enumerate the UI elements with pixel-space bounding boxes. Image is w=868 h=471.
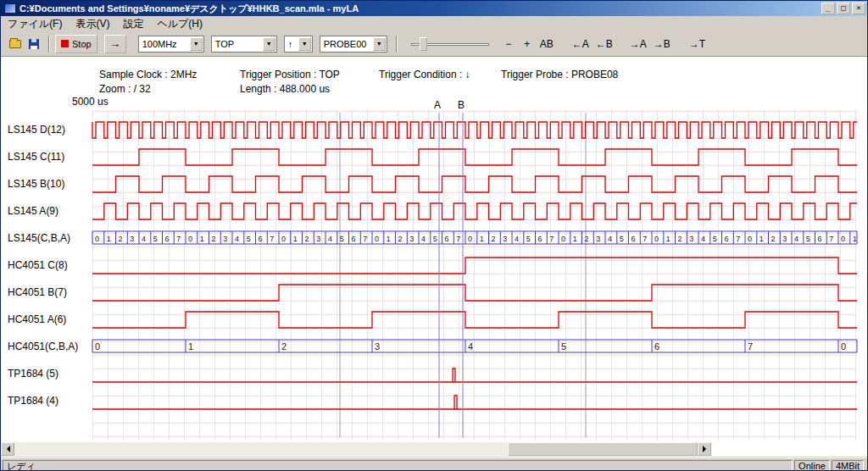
scroll-right-button[interactable] xyxy=(698,442,711,456)
svg-text:5: 5 xyxy=(153,235,158,243)
svg-text:3: 3 xyxy=(375,341,380,352)
zoom-in-button[interactable]: + xyxy=(518,36,537,53)
svg-text:4: 4 xyxy=(468,341,473,352)
zoom-slider-thumb[interactable] xyxy=(420,37,427,51)
svg-text:1: 1 xyxy=(760,235,764,243)
svg-text:7: 7 xyxy=(176,235,181,243)
open-folder-icon xyxy=(9,40,21,48)
menu-help[interactable]: ヘルプ(H) xyxy=(150,16,209,32)
svg-text:0: 0 xyxy=(841,341,846,352)
zoom-slider[interactable] xyxy=(411,36,489,53)
svg-text:2: 2 xyxy=(492,235,496,243)
svg-text:5: 5 xyxy=(620,235,624,243)
zoom-out-button[interactable]: − xyxy=(499,36,518,53)
svg-text:3: 3 xyxy=(130,235,134,243)
stop-button[interactable]: Stop xyxy=(55,35,97,53)
svg-text:0: 0 xyxy=(95,235,99,243)
svg-text:2: 2 xyxy=(281,341,287,352)
svg-text:7: 7 xyxy=(270,235,274,243)
svg-text:0: 0 xyxy=(375,235,379,243)
menu-view[interactable]: 表示(V) xyxy=(69,16,116,32)
cursor-b-label[interactable]: B xyxy=(458,99,465,111)
status-online: Online xyxy=(794,460,830,471)
open-button[interactable] xyxy=(6,36,25,53)
svg-text:2: 2 xyxy=(305,235,309,243)
sample-clock-dropdown[interactable]: 100MHz ▼ xyxy=(138,36,204,53)
save-button[interactable] xyxy=(25,36,43,53)
save-floppy-icon xyxy=(29,39,39,49)
svg-text:7: 7 xyxy=(736,235,740,243)
chevron-down-icon[interactable]: ▼ xyxy=(373,37,386,51)
svg-text:2: 2 xyxy=(398,235,403,243)
svg-text:0: 0 xyxy=(468,235,472,243)
status-memory: 4MBit xyxy=(832,460,864,471)
svg-text:2: 2 xyxy=(212,235,216,243)
trigger-edge-dropdown[interactable]: ↑ ▼ xyxy=(284,36,313,53)
horizontal-scrollbar[interactable] xyxy=(1,442,711,456)
svg-text:1: 1 xyxy=(666,235,670,243)
svg-text:2: 2 xyxy=(119,235,123,243)
svg-text:3: 3 xyxy=(782,235,787,243)
scrollbar-thumb[interactable] xyxy=(508,442,698,456)
svg-text:6: 6 xyxy=(632,235,636,243)
chevron-down-icon[interactable]: ▼ xyxy=(263,37,275,51)
svg-text:5: 5 xyxy=(713,235,717,243)
menu-file[interactable]: ファイル(F) xyxy=(1,16,69,32)
svg-text:2: 2 xyxy=(678,235,682,243)
trigger-position-value: TOP xyxy=(215,39,234,49)
toolbar-separator xyxy=(396,36,398,53)
menu-settings[interactable]: 設定 xyxy=(116,16,150,32)
svg-text:0: 0 xyxy=(95,341,100,352)
goto-cursor-a-left-button[interactable]: ←A xyxy=(569,36,593,53)
svg-text:4: 4 xyxy=(142,235,146,243)
goto-cursor-b-right-button[interactable]: →B xyxy=(650,36,674,53)
svg-text:0: 0 xyxy=(281,235,286,243)
trigger-position-info: Trigger Position : TOP xyxy=(240,69,340,80)
svg-text:7: 7 xyxy=(643,235,647,243)
goto-trigger-button[interactable]: →T xyxy=(686,36,709,53)
svg-text:5: 5 xyxy=(433,235,437,243)
svg-text:0: 0 xyxy=(841,235,845,243)
svg-text:5: 5 xyxy=(561,341,566,352)
scroll-left-button[interactable] xyxy=(1,442,14,456)
app-icon xyxy=(4,3,16,14)
svg-text:1: 1 xyxy=(573,235,577,243)
goto-cursor-a-right-button[interactable]: →A xyxy=(626,36,650,53)
svg-text:4: 4 xyxy=(328,235,332,243)
stop-square-icon xyxy=(61,40,69,47)
svg-text:5: 5 xyxy=(340,235,344,243)
maximize-button[interactable]: □ xyxy=(837,3,850,14)
svg-text:6: 6 xyxy=(352,235,356,243)
svg-text:3: 3 xyxy=(316,235,320,243)
svg-text:6: 6 xyxy=(725,235,729,243)
chevron-down-icon[interactable]: ▼ xyxy=(190,37,203,51)
trigger-probe-dropdown[interactable]: PROBE00 ▼ xyxy=(320,36,387,53)
trigger-position-dropdown[interactable]: TOP ▼ xyxy=(211,36,277,53)
svg-text:6: 6 xyxy=(654,341,659,352)
goto-cursor-b-left-button[interactable]: ←B xyxy=(593,36,616,53)
svg-text:4: 4 xyxy=(794,235,798,243)
zoom-info: Zoom : / 32 xyxy=(99,83,151,95)
svg-text:4: 4 xyxy=(515,235,519,243)
svg-text:1: 1 xyxy=(387,235,391,243)
chevron-down-icon[interactable]: ▼ xyxy=(298,37,311,51)
svg-text:3: 3 xyxy=(223,235,227,243)
triangle-right-icon xyxy=(703,446,709,452)
ab-zoom-button[interactable]: AB xyxy=(537,36,557,53)
close-button[interactable]: × xyxy=(852,3,865,14)
toolbar-separator xyxy=(48,36,50,53)
run-button[interactable]: → xyxy=(104,35,126,53)
cursor-a-label[interactable]: A xyxy=(434,99,441,111)
svg-text:2: 2 xyxy=(771,235,776,243)
svg-text:6: 6 xyxy=(538,235,542,243)
svg-text:5: 5 xyxy=(526,235,531,243)
svg-text:1: 1 xyxy=(480,235,484,243)
svg-text:4: 4 xyxy=(701,235,705,243)
minimize-button[interactable]: _ xyxy=(821,3,835,14)
svg-text:6: 6 xyxy=(165,235,170,243)
svg-text:3: 3 xyxy=(689,235,693,243)
waveform-plot[interactable]: 0123456701234567012345670123456701234567… xyxy=(1,111,868,441)
svg-text:0: 0 xyxy=(188,235,192,243)
svg-text:0: 0 xyxy=(748,235,752,243)
sample-clock-value: 100MHz xyxy=(142,39,177,49)
